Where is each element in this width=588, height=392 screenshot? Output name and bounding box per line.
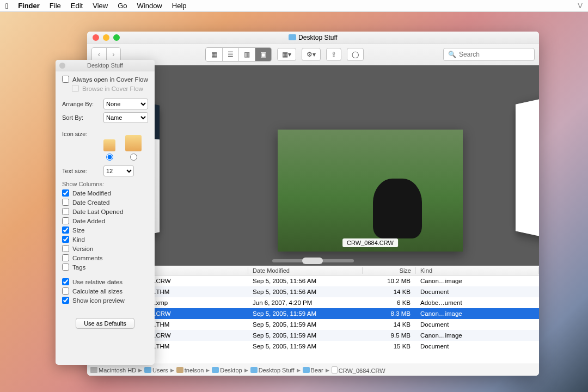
icon-size-label: Icon size:	[62, 131, 100, 137]
minimize-button[interactable]	[103, 34, 109, 41]
menubar-right: V	[578, 2, 583, 10]
column-checkbox[interactable]: Tags	[62, 264, 148, 271]
column-checkbox[interactable]: Kind	[62, 236, 148, 243]
table-row[interactable]: CRW_0685.THMSep 5, 2005, 11:59 AM15 KBDo…	[87, 341, 539, 352]
menu-go[interactable]: Go	[118, 2, 127, 10]
menu-file[interactable]: File	[50, 2, 61, 10]
search-input[interactable]	[459, 51, 530, 58]
icon-size-small[interactable]	[103, 139, 115, 161]
option-checkbox[interactable]: Calculate all sizes	[62, 287, 148, 295]
window-titlebar[interactable]: Desktop Stuff	[87, 32, 539, 44]
table-row[interactable]: CRW_0685.CRWSep 5, 2005, 11:59 AM9.5 MBC…	[87, 330, 539, 341]
column-checkbox[interactable]: Version	[62, 245, 148, 252]
coverflow-current-item[interactable]: CRW_0684.CRW	[278, 130, 463, 252]
coverflow-scrubber[interactable]	[272, 259, 354, 262]
path-segment[interactable]: Macintosh HD	[90, 367, 136, 373]
path-segment[interactable]: Users	[144, 367, 168, 373]
arrange-by-label: Arrange By:	[62, 101, 100, 107]
header-size[interactable]: Size	[363, 267, 416, 274]
menu-edit[interactable]: Edit	[71, 2, 83, 10]
column-checkbox[interactable]: Date Modified	[62, 189, 148, 197]
zoom-button[interactable]	[113, 34, 120, 41]
list-header: Name⌃ Date Modified Size Kind	[87, 266, 539, 275]
panel-title: Desktop Stuff	[87, 62, 123, 69]
table-row[interactable]: CRW_0684.CRWSep 5, 2005, 11:59 AM8.3 MBC…	[87, 308, 539, 319]
path-segment[interactable]: tnelson	[176, 367, 204, 373]
arrange-by-select[interactable]: None	[103, 99, 148, 109]
table-row[interactable]: CRW_0683.CRWSep 5, 2005, 11:56 AM10.2 MB…	[87, 275, 539, 286]
table-row[interactable]: CRW_0683.THMSep 5, 2005, 11:56 AM14 KBDo…	[87, 286, 539, 297]
path-segment[interactable]: CRW_0684.CRW	[332, 366, 385, 374]
path-segment[interactable]: Bear	[303, 367, 323, 373]
system-menubar:  Finder File Edit View Go Window Help V	[0, 0, 588, 12]
view-column-button[interactable]: ▥	[238, 48, 255, 61]
column-checkbox[interactable]: Comments	[62, 254, 148, 261]
header-date[interactable]: Date Modified	[248, 267, 363, 274]
option-checkbox[interactable]: Show icon preview	[62, 297, 148, 304]
coverflow-item-label: CRW_0684.CRW	[342, 238, 398, 247]
path-bar: Macintosh HD▶Users▶tnelson▶Desktop▶Deskt…	[87, 364, 539, 376]
apple-menu[interactable]: 	[5, 2, 8, 10]
sort-by-select[interactable]: Name	[103, 112, 148, 123]
sort-by-label: Sort By:	[62, 114, 100, 121]
view-options-panel: Desktop Stuff Always open in Cover Flow …	[56, 60, 155, 365]
view-icon-button[interactable]: ▦	[206, 48, 222, 61]
share-button[interactable]: ⇪	[326, 48, 341, 61]
column-checkbox[interactable]: Date Added	[62, 217, 148, 224]
view-mode-segment: ▦ ☰ ▥ ▣	[205, 47, 272, 62]
view-list-button[interactable]: ☰	[222, 48, 238, 61]
path-segment[interactable]: Desktop Stuff	[250, 367, 295, 373]
action-menu[interactable]: ⚙▾	[302, 48, 321, 61]
column-checkbox[interactable]: Date Last Opened	[62, 208, 148, 215]
text-size-select[interactable]: 12	[103, 166, 134, 176]
search-field[interactable]: 🔍	[443, 48, 535, 61]
show-columns-label: Show Columns:	[62, 181, 148, 187]
close-button[interactable]	[93, 34, 99, 41]
window-title: Desktop Stuff	[298, 34, 338, 41]
option-checkbox[interactable]: Use relative dates	[62, 278, 148, 285]
view-coverflow-button[interactable]: ▣	[255, 48, 271, 61]
use-as-defaults-button[interactable]: Use as Defaults	[76, 318, 134, 329]
text-size-label: Text size:	[62, 168, 100, 174]
panel-close-button[interactable]	[59, 63, 65, 69]
table-row[interactable]: CRW_0683.xmpJun 6, 2007, 4:20 PM6 KBAdob…	[87, 297, 539, 308]
photo-preview	[278, 130, 463, 252]
coverflow-area[interactable]: MP ➔ CRW_0684.CRW	[87, 65, 539, 266]
file-list: Name⌃ Date Modified Size Kind CRW_0683.C…	[87, 266, 539, 364]
menu-view[interactable]: View	[93, 2, 108, 10]
icon-size-large[interactable]	[125, 135, 142, 161]
search-icon: 🔍	[448, 51, 456, 58]
window-toolbar: ‹ › ▦ ☰ ▥ ▣ ▦▾ ⚙▾ ⇪ ◯ 🔍	[87, 44, 539, 65]
panel-titlebar[interactable]: Desktop Stuff	[56, 60, 155, 71]
arrange-menu[interactable]: ▦▾	[277, 48, 296, 61]
coverflow-next-item[interactable]	[516, 88, 539, 248]
back-button[interactable]: ‹	[92, 48, 106, 61]
header-kind[interactable]: Kind	[416, 267, 539, 274]
tags-button[interactable]: ◯	[347, 48, 364, 61]
folder-icon	[289, 34, 296, 40]
table-row[interactable]: CRW_0684.THMSep 5, 2005, 11:59 AM14 KBDo…	[87, 319, 539, 330]
finder-window: Desktop Stuff ‹ › ▦ ☰ ▥ ▣ ▦▾ ⚙▾ ⇪ ◯ 🔍 MP…	[87, 32, 539, 376]
app-menu[interactable]: Finder	[18, 2, 40, 10]
forward-button[interactable]: ›	[106, 48, 120, 61]
menu-help[interactable]: Help	[172, 2, 187, 10]
browse-in-checkbox: Browse in Cover Flow	[72, 85, 148, 92]
column-checkbox[interactable]: Size	[62, 226, 148, 234]
menu-window[interactable]: Window	[137, 2, 162, 10]
always-open-checkbox[interactable]: Always open in Cover Flow	[62, 76, 148, 83]
path-segment[interactable]: Desktop	[212, 367, 242, 373]
column-checkbox[interactable]: Date Created	[62, 199, 148, 206]
